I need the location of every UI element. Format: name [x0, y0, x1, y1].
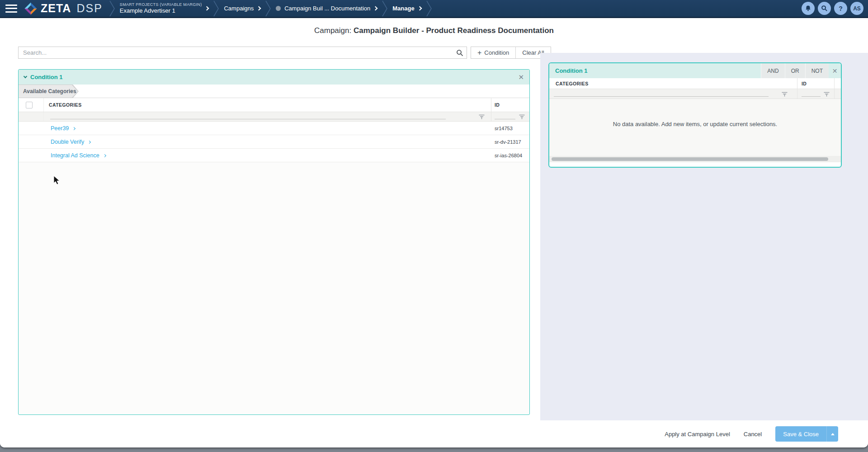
column-header-id[interactable]: ID [802, 81, 807, 86]
breadcrumb-campaigns[interactable]: Campaigns [219, 5, 265, 12]
zeta-diamond-icon [24, 1, 38, 16]
condition-header: Condition 1 ✕ [19, 70, 529, 85]
filter-row [19, 112, 529, 122]
chevron-right-icon [373, 6, 378, 11]
breadcrumb-separator [382, 0, 388, 18]
table-header-row: CATEGORIES ID [19, 98, 529, 112]
operator-and-button[interactable]: AND [761, 63, 784, 78]
add-condition-button[interactable]: + Condition [471, 47, 515, 58]
category-id: sr-ias-26804 [495, 153, 522, 158]
bell-icon [805, 5, 811, 12]
column-header-id[interactable]: ID [495, 102, 500, 108]
notifications-button[interactable] [802, 2, 815, 15]
zeta-dsp-logo[interactable]: ZETA DSP [24, 1, 103, 16]
breadcrumb-separator [265, 0, 271, 18]
table-row[interactable]: Peer39 sr14753 [19, 122, 529, 135]
condition-title: Condition 1 [549, 67, 588, 74]
category-id: sr-dv-21317 [495, 139, 521, 145]
user-avatar[interactable]: AS [850, 2, 863, 15]
condition-header: Condition 1 AND OR NOT ✕ [549, 63, 841, 78]
id-filter-input[interactable] [495, 119, 515, 119]
operator-group: AND OR NOT [761, 63, 829, 78]
chevron-right-icon [88, 140, 91, 143]
toolbar: + Condition Clear All [18, 47, 551, 59]
scrollbar-thumb[interactable] [552, 157, 828, 161]
empty-message: No data available. Add new items, or upd… [613, 121, 778, 156]
close-icon[interactable]: ✕ [518, 74, 524, 80]
tab-strip: Available Categories [19, 85, 529, 98]
help-button[interactable]: ? [834, 2, 847, 15]
empty-state: No data available. Add new items, or upd… [549, 99, 841, 156]
brand-zeta: ZETA [41, 2, 71, 15]
category-link[interactable]: Peer39 [51, 125, 75, 132]
category-id: sr14753 [495, 126, 513, 131]
breadcrumb-separator [426, 0, 432, 18]
status-dot-icon [276, 6, 281, 11]
project-label: SMART PROJECTS (VARIABLE MARGIN) [120, 2, 202, 7]
advertiser-label: Example Advertiser 1 [120, 7, 202, 14]
operator-or-button[interactable]: OR [785, 63, 805, 78]
global-search-button[interactable] [818, 2, 831, 15]
main-content: Campaign: Campaign Builder - Product Rea… [0, 18, 868, 447]
condition-panel-right: Condition 1 AND OR NOT ✕ CATEGORIES ID [548, 62, 842, 168]
save-close-split-button: Save & Close [775, 426, 838, 442]
toolbar-buttons: + Condition Clear All [471, 47, 551, 59]
column-header-categories[interactable]: CATEGORIES [556, 81, 589, 86]
category-link[interactable]: Double Verify [51, 139, 90, 145]
breadcrumb-separator [213, 0, 219, 18]
search-icon[interactable] [456, 49, 463, 56]
brand-dsp: DSP [76, 2, 102, 15]
top-navbar: ZETA DSP SMART PROJECTS (VARIABLE MARGIN… [0, 0, 868, 18]
caret-up-icon [831, 433, 835, 435]
category-link[interactable]: Integral Ad Science [51, 152, 106, 159]
operator-not-button[interactable]: NOT [805, 63, 829, 78]
save-close-button[interactable]: Save & Close [775, 426, 826, 442]
chevron-right-icon [257, 6, 261, 11]
close-icon[interactable]: ✕ [829, 63, 841, 78]
avatar-initials: AS [853, 5, 861, 12]
breadcrumb-campaign[interactable]: Campaign Buil ... Documentation [271, 5, 382, 12]
chevron-right-icon [72, 127, 75, 130]
chevron-right-icon [103, 154, 106, 157]
id-filter-input[interactable] [802, 96, 821, 97]
page-title: Campaign: Campaign Builder - Product Rea… [0, 26, 868, 35]
condition-panel-left: Condition 1 ✕ Available Categories CATEG… [18, 69, 530, 415]
categories-filter-input[interactable] [554, 96, 769, 97]
plus-icon: + [477, 49, 481, 56]
categories-filter-input[interactable] [50, 119, 446, 119]
filter-icon[interactable] [519, 114, 525, 120]
search-input[interactable] [19, 47, 467, 58]
chevron-down-icon[interactable] [24, 75, 27, 78]
condition-title: Condition 1 [30, 74, 63, 80]
question-icon: ? [839, 5, 843, 12]
search-icon [821, 5, 828, 12]
breadcrumb-manage[interactable]: Manage [388, 5, 425, 12]
filter-icon[interactable] [781, 91, 788, 97]
apply-campaign-level-button[interactable]: Apply at Campaign Level [665, 431, 730, 438]
breadcrumb-separator [109, 0, 115, 18]
horizontal-scrollbar[interactable] [549, 156, 841, 162]
chevron-right-icon [417, 6, 422, 11]
breadcrumb-advertiser[interactable]: SMART PROJECTS (VARIABLE MARGIN) Example… [115, 2, 213, 15]
select-all-checkbox[interactable] [26, 102, 33, 108]
search-box [18, 47, 467, 59]
filter-row [549, 89, 841, 99]
table-row[interactable]: Integral Ad Science sr-ias-26804 [19, 149, 529, 162]
chevron-right-icon [205, 6, 209, 11]
cancel-button[interactable]: Cancel [744, 431, 762, 438]
table-header-row: CATEGORIES ID [549, 78, 841, 89]
save-options-dropdown-button[interactable] [826, 426, 838, 442]
filter-icon[interactable] [478, 114, 485, 120]
hamburger-menu-icon[interactable] [5, 5, 17, 13]
column-header-categories[interactable]: CATEGORIES [49, 102, 82, 108]
filter-icon[interactable] [823, 91, 830, 97]
table-row[interactable]: Double Verify sr-dv-21317 [19, 135, 529, 149]
tab-available-categories[interactable]: Available Categories [19, 85, 79, 98]
footer-bar: Apply at Campaign Level Cancel Save & Cl… [0, 420, 868, 447]
